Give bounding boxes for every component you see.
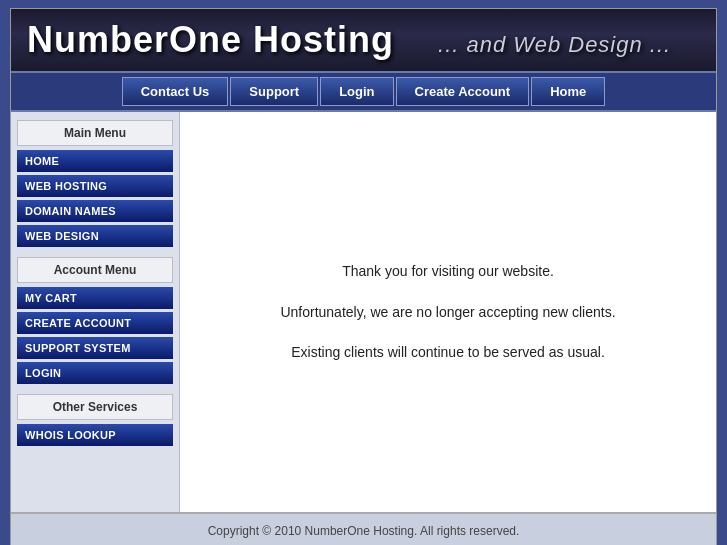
sidebar-btn-create-account[interactable]: CREATE ACCOUNT <box>17 312 173 334</box>
main-line1: Thank you for visiting our website. <box>342 260 554 282</box>
site-title: NumberOne Hosting ... and Web Design ... <box>27 19 671 60</box>
sidebar-btn-web-design[interactable]: WEB DESIGN <box>17 225 173 247</box>
nav-create-account[interactable]: Create Account <box>396 77 530 106</box>
main-menu-title: Main Menu <box>17 120 173 146</box>
sidebar-btn-home[interactable]: HOME <box>17 150 173 172</box>
other-services-group: Other Services WHOIS LOOKUP <box>17 394 173 446</box>
site-header: NumberOne Hosting ... and Web Design ... <box>11 9 716 71</box>
sidebar-btn-whois[interactable]: WHOIS LOOKUP <box>17 424 173 446</box>
account-menu-group: Account Menu MY CART CREATE ACCOUNT SUPP… <box>17 257 173 384</box>
nav-login[interactable]: Login <box>320 77 393 106</box>
sidebar-btn-domain-names[interactable]: DOMAIN NAMES <box>17 200 173 222</box>
sidebar-btn-web-hosting[interactable]: WEB HOSTING <box>17 175 173 197</box>
navbar: Contact Us Support Login Create Account … <box>11 71 716 112</box>
site-subtitle: ... and Web Design ... <box>438 32 671 57</box>
nav-contact-us[interactable]: Contact Us <box>122 77 229 106</box>
sidebar-btn-support-system[interactable]: SUPPORT SYSTEM <box>17 337 173 359</box>
nav-home[interactable]: Home <box>531 77 605 106</box>
sidebar: Main Menu HOME WEB HOSTING DOMAIN NAMES … <box>11 112 179 512</box>
content-area: Main Menu HOME WEB HOSTING DOMAIN NAMES … <box>11 112 716 512</box>
site-title-text: NumberOne Hosting <box>27 19 394 60</box>
main-line2: Unfortunately, we are no longer acceptin… <box>280 301 615 323</box>
account-menu-title: Account Menu <box>17 257 173 283</box>
sidebar-btn-my-cart[interactable]: MY CART <box>17 287 173 309</box>
footer: Copyright © 2010 NumberOne Hosting. All … <box>11 513 716 545</box>
other-services-title: Other Services <box>17 394 173 420</box>
main-line3: Existing clients will continue to be ser… <box>291 341 605 363</box>
main-content: Thank you for visiting our website. Unfo… <box>179 112 716 512</box>
copyright-text: Copyright © 2010 NumberOne Hosting. All … <box>208 524 520 538</box>
main-menu-group: Main Menu HOME WEB HOSTING DOMAIN NAMES … <box>17 120 173 247</box>
sidebar-btn-login[interactable]: LOGIN <box>17 362 173 384</box>
nav-support[interactable]: Support <box>230 77 318 106</box>
